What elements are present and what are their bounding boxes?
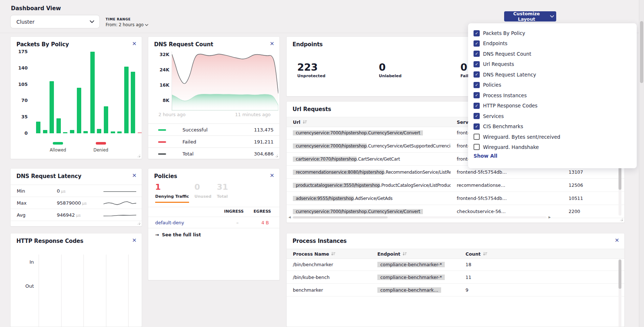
count-cell: 13107 xyxy=(562,169,624,175)
scrollbar-track[interactable] xyxy=(293,216,546,218)
menu-item-label: DNS Request Count xyxy=(483,51,531,57)
latency-unit: μs xyxy=(61,189,66,194)
metric-value: 223 xyxy=(297,62,379,73)
menu-item-process-instances[interactable]: ✓Process Instances xyxy=(468,90,637,101)
latency-row-max: Max95879000μs xyxy=(11,197,142,209)
policies-tab-total[interactable]: 31Total xyxy=(217,182,228,203)
menu-item-label: Packets By Policy xyxy=(483,30,525,36)
y-tick-label: 70 xyxy=(15,98,28,103)
see-full-list-link[interactable]: → See the full list xyxy=(155,232,201,237)
menu-item-http-response-codes[interactable]: ✓HTTP Response Codes xyxy=(468,101,637,111)
close-icon[interactable]: ✕ xyxy=(132,238,137,243)
column-header-count[interactable]: Count xyxy=(459,251,624,257)
customize-layout-button[interactable]: Customize Layout xyxy=(504,11,556,21)
y-tick-label: 32K xyxy=(155,52,169,57)
checkbox-checked[interactable]: ✓ xyxy=(474,103,480,109)
scrollbar-thumb[interactable] xyxy=(619,260,621,289)
endpoint-cell: compliance-benchmarker-* xyxy=(371,275,459,280)
checkbox-checked[interactable]: ✓ xyxy=(474,92,480,98)
sparkline xyxy=(103,211,136,219)
legend-label: Allowed xyxy=(45,147,71,153)
resize-handle[interactable] xyxy=(620,218,623,221)
scrollbar-thumb[interactable] xyxy=(640,21,643,83)
page-scrollbar[interactable] xyxy=(639,0,644,327)
chart-gridline xyxy=(83,255,84,327)
table-row: /bin/benchmarkercompliance-benchmarker-*… xyxy=(287,258,624,271)
chart-bar-allowed xyxy=(111,131,115,133)
time-range-value[interactable]: From: 2 hours ago xyxy=(106,22,148,27)
checkbox-checked[interactable]: ✓ xyxy=(474,82,480,88)
legend-swatch xyxy=(158,129,166,131)
view-selector[interactable]: Cluster xyxy=(10,15,100,28)
card-title: Packets By Policy xyxy=(16,41,69,48)
sort-icon[interactable] xyxy=(331,252,335,256)
close-icon[interactable]: ✕ xyxy=(270,173,274,178)
checkbox-checked[interactable]: ✓ xyxy=(474,40,480,47)
tab-value: 0 xyxy=(195,182,211,192)
menu-item-packets-by-policy[interactable]: ✓Packets By Policy xyxy=(468,28,637,38)
column-label: Endpoint xyxy=(377,251,400,257)
menu-item-dns-request-latency[interactable]: ✓DNS Request Latency xyxy=(468,70,637,80)
checkbox-unchecked[interactable] xyxy=(474,144,480,150)
menu-item-wireguard-handshake[interactable]: Wireguard. Handshake xyxy=(468,142,637,152)
menu-item-cis-benchmarks[interactable]: ✓CIS Benchmarks xyxy=(468,121,637,131)
menu-item-label: Endpoints xyxy=(483,40,507,46)
menu-item-dns-request-count[interactable]: ✓DNS Request Count xyxy=(468,49,637,59)
checkbox-unchecked[interactable] xyxy=(474,134,480,140)
y-tick-label: 8K xyxy=(155,98,169,103)
menu-item-policies[interactable]: ✓Policies xyxy=(468,80,637,90)
chart-bar-allowed xyxy=(56,118,61,133)
sort-icon[interactable] xyxy=(402,252,407,256)
scrollbar-thumb[interactable] xyxy=(293,216,388,218)
url-cell: currencyservice:7000/hipstershop.Currenc… xyxy=(287,143,451,149)
chevron-down-icon xyxy=(90,20,94,23)
close-icon[interactable]: ✕ xyxy=(132,41,137,47)
url-cell: currencyservice:7000/hipstershop.Currenc… xyxy=(287,209,451,214)
menu-item-services[interactable]: ✓Services xyxy=(468,111,637,121)
sort-icon[interactable] xyxy=(303,120,307,124)
resize-handle[interactable] xyxy=(137,154,140,157)
menu-item-url-requests[interactable]: ✓Url Requests xyxy=(468,59,637,69)
show-all-link[interactable]: Show All xyxy=(474,153,497,159)
column-header-ingress: INGRESS xyxy=(224,209,244,214)
column-header-process-name[interactable]: Process Name xyxy=(287,251,371,257)
column-header-egress: EGRESS xyxy=(254,209,271,214)
count-cell: 2200 xyxy=(562,209,624,214)
endpoint-highlight: compliance-benchmark… xyxy=(377,287,441,293)
policies-tab-unused[interactable]: 0Unused xyxy=(195,182,211,203)
tab-value: 1 xyxy=(155,182,189,192)
table-scrollbar-horizontal[interactable]: ◀ ▶ xyxy=(288,216,551,219)
chart-gridline xyxy=(39,255,39,327)
scroll-right-icon[interactable]: ▶ xyxy=(549,216,551,219)
policy-name-link[interactable]: default-deny xyxy=(155,220,184,225)
divider xyxy=(148,228,279,228)
process-name-cell: benchmarker xyxy=(287,287,371,293)
y-tick-label: 24K xyxy=(155,67,169,72)
scroll-left-icon[interactable]: ◀ xyxy=(288,216,291,219)
table-row: adservice:9555/hipstershop.AdService/Get… xyxy=(287,192,624,205)
close-icon[interactable]: ✕ xyxy=(614,238,619,243)
checkbox-checked[interactable]: ✓ xyxy=(474,30,480,36)
url-highlight: productcatalogservice:3550/hipstershop xyxy=(293,183,380,188)
tab-label: Unused xyxy=(195,194,211,202)
resize-handle[interactable] xyxy=(137,222,140,225)
policies-tab-denying-traffic[interactable]: 1Denying Traffic xyxy=(155,182,189,203)
url-cell: recommendationservice:8080/hipstershop.R… xyxy=(287,170,451,175)
url-cell: productcatalogservice:3550/hipstershop.P… xyxy=(287,183,451,188)
checkbox-checked[interactable]: ✓ xyxy=(474,71,480,78)
column-header-url[interactable]: Url xyxy=(287,119,451,125)
column-header-endpoint[interactable]: Endpoint xyxy=(371,251,459,257)
endpoint-cell: compliance-benchmarker-* xyxy=(371,262,459,267)
checkbox-checked[interactable]: ✓ xyxy=(474,51,480,57)
chart-bar-allowed xyxy=(36,122,40,133)
menu-item-wireguard-bytes-sent-received[interactable]: Wireguard. Bytes sent/received xyxy=(468,132,637,142)
table-scrollbar-vertical[interactable] xyxy=(619,259,621,327)
menu-item-endpoints[interactable]: ✓Endpoints xyxy=(468,38,637,48)
checkbox-checked[interactable]: ✓ xyxy=(474,123,480,130)
checkbox-checked[interactable]: ✓ xyxy=(474,61,480,67)
close-icon[interactable]: ✕ xyxy=(132,173,137,178)
chart-bar-allowed xyxy=(50,81,54,133)
close-icon[interactable]: ✕ xyxy=(270,41,274,47)
sort-icon[interactable] xyxy=(483,252,487,256)
checkbox-checked[interactable]: ✓ xyxy=(474,113,480,119)
